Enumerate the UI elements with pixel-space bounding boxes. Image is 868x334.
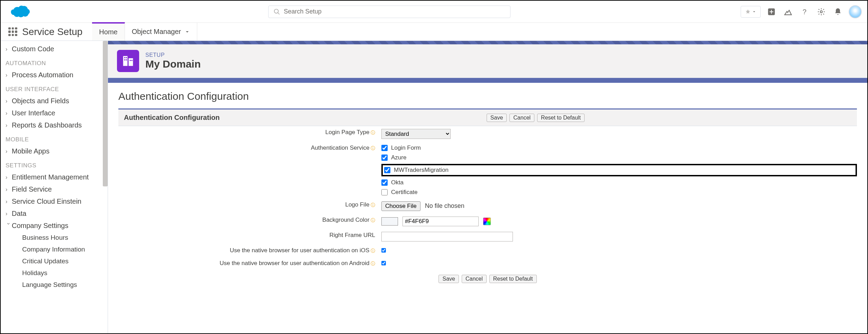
setup-tree[interactable]: ›Custom Code AUTOMATION ›Process Automat… [1, 41, 108, 333]
sidebar-item-language-settings[interactable]: Language Settings [1, 279, 108, 291]
page-title: My Domain [145, 58, 201, 70]
sidebar-item-reports-dashboards[interactable]: ›Reports & Dashboards [1, 119, 108, 131]
auth-service-azure[interactable]: Azure [381, 154, 857, 161]
help-button[interactable]: ? [799, 6, 811, 18]
reset-button-bottom[interactable]: Reset to Default [489, 275, 537, 283]
chevron-down-icon [184, 29, 190, 35]
sidebar-heading-automation: AUTOMATION [1, 55, 108, 69]
auth-service-mwtraders-highlight: MWTradersMigration [381, 164, 857, 176]
global-header: Search Setup ? [1, 1, 867, 23]
native-ios-checkbox[interactable] [381, 248, 386, 253]
svg-rect-12 [132, 60, 133, 61]
svg-rect-10 [126, 59, 127, 60]
sidebar-item-data[interactable]: ›Data [1, 208, 108, 220]
help-icon[interactable]: ⓘ [369, 146, 375, 151]
svg-point-0 [274, 9, 279, 13]
save-button-bottom[interactable]: Save [438, 275, 459, 283]
gear-icon [817, 8, 825, 16]
cancel-button[interactable]: Cancel [509, 114, 534, 122]
sidebar-item-holidays[interactable]: Holidays [1, 267, 108, 279]
help-icon[interactable]: ⓘ [369, 218, 375, 223]
app-launcher-button[interactable] [7, 26, 19, 38]
label-right-frame-url: Right Frame URL [329, 232, 375, 238]
sidebar-heading-settings: SETTINGS [1, 157, 108, 171]
search-placeholder: Search Setup [284, 8, 322, 15]
svg-rect-11 [130, 60, 131, 61]
sidebar-item-entitlement[interactable]: ›Entitlement Management [1, 171, 108, 183]
sidebar-item-business-hours[interactable]: Business Hours [1, 232, 108, 244]
building-icon [121, 54, 135, 68]
sidebar-item-process-automation[interactable]: ›Process Automation [1, 69, 108, 81]
bell-icon [834, 8, 842, 16]
svg-rect-8 [126, 57, 127, 58]
help-icon[interactable]: ⓘ [369, 130, 375, 135]
sidebar-item-field-service[interactable]: ›Field Service [1, 183, 108, 195]
svg-rect-6 [129, 58, 133, 66]
auth-service-certificate[interactable]: Certificate [381, 189, 857, 196]
sidebar-heading-ui: USER INTERFACE [1, 81, 108, 95]
auth-service-login-form[interactable]: Login Form [381, 144, 857, 151]
sidebar-item-company-settings[interactable]: ›Company Settings [1, 220, 108, 232]
help-icon[interactable]: ⓘ [369, 261, 375, 266]
color-picker-button[interactable] [483, 218, 491, 225]
question-icon: ? [801, 8, 809, 16]
save-button[interactable]: Save [487, 114, 507, 122]
section-title: Authentication Configuration [118, 90, 857, 102]
bg-color-input[interactable] [403, 217, 479, 226]
app-name: Service Setup [22, 26, 82, 37]
auth-service-mwtraders[interactable]: MWTradersMigration [384, 167, 449, 174]
avatar[interactable] [849, 5, 862, 18]
color-swatch [381, 217, 398, 226]
svg-rect-9 [124, 59, 125, 60]
native-android-checkbox[interactable] [381, 261, 386, 265]
trailhead-icon [784, 7, 793, 16]
tab-object-manager[interactable]: Object Manager [125, 23, 197, 41]
salesforce-logo [6, 4, 30, 20]
content-area: SETUP My Domain Authentication Configura… [108, 41, 867, 333]
app-nav: Service Setup Home Object Manager [1, 23, 867, 41]
label-native-ios: Use the native browser for user authenti… [230, 247, 370, 254]
help-icon[interactable]: ⓘ [369, 248, 375, 253]
sidebar-item-critical-updates[interactable]: Critical Updates [1, 255, 108, 267]
file-status: No file chosen [425, 202, 464, 209]
right-frame-url-input[interactable] [381, 232, 513, 241]
notifications-button[interactable] [832, 6, 844, 18]
label-login-page-type: Login Page Type [325, 129, 369, 135]
sidebar-item-einstein[interactable]: ›Service Cloud Einstein [1, 195, 108, 208]
sidebar-item-mobile-apps[interactable]: ›Mobile Apps [1, 145, 108, 157]
auth-service-okta[interactable]: Okta [381, 179, 857, 186]
trailhead-button[interactable] [782, 6, 794, 18]
label-bg-color: Background Color [322, 217, 369, 223]
label-logo-file: Logo File [345, 201, 369, 208]
sidebar-item-objects-fields[interactable]: ›Objects and Fields [1, 95, 108, 107]
decorative-band [108, 78, 867, 83]
sidebar-item-custom-code[interactable]: ›Custom Code [1, 43, 108, 55]
setup-button[interactable] [815, 6, 827, 18]
page-eyebrow: SETUP [145, 52, 201, 58]
header-actions: ? [741, 5, 862, 18]
svg-text:?: ? [803, 8, 806, 16]
page-icon [117, 50, 139, 72]
page-header: SETUP My Domain [108, 44, 867, 78]
label-auth-service: Authentication Service [311, 144, 369, 151]
help-icon[interactable]: ⓘ [369, 202, 375, 208]
svg-point-4 [820, 11, 822, 13]
favorites-button[interactable] [741, 6, 761, 18]
choose-file-button[interactable]: Choose File [381, 201, 421, 211]
svg-rect-7 [124, 57, 125, 58]
search-icon [273, 8, 280, 15]
global-search[interactable]: Search Setup [268, 6, 510, 18]
label-native-android: Use the native browser for user authenti… [220, 260, 370, 266]
plus-icon [767, 7, 776, 16]
sidebar-heading-mobile: MOBILE [1, 131, 108, 145]
reset-button[interactable]: Reset to Default [537, 114, 585, 122]
sidebar-item-user-interface[interactable]: ›User Interface [1, 107, 108, 119]
add-button[interactable] [766, 6, 777, 18]
panel-title: Authentication Configuration [124, 114, 220, 122]
cancel-button-bottom[interactable]: Cancel [462, 275, 487, 283]
scrollbar-thumb[interactable] [103, 41, 108, 186]
sidebar-item-company-info[interactable]: Company Information [1, 244, 108, 255]
login-page-type-select[interactable]: Standard [381, 129, 451, 139]
tab-home[interactable]: Home [92, 22, 125, 41]
svg-line-1 [278, 12, 280, 14]
